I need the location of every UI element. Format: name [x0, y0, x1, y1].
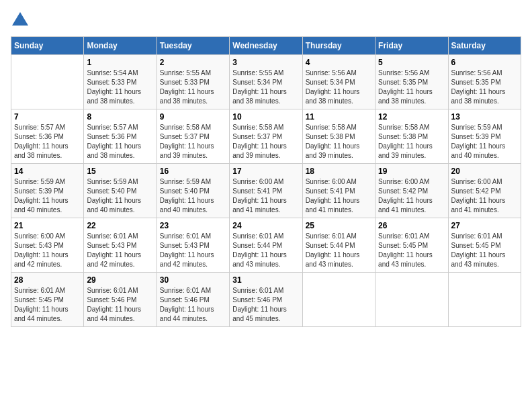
day-info: Sunrise: 5:55 AMSunset: 5:33 PMDaylight:… — [160, 68, 226, 106]
calendar-cell: 5Sunrise: 5:56 AMSunset: 5:35 PMDaylight… — [375, 55, 448, 109]
calendar-cell — [302, 273, 375, 327]
calendar-cell: 24Sunrise: 6:01 AMSunset: 5:44 PMDayligh… — [230, 218, 302, 273]
calendar-cell: 17Sunrise: 6:00 AMSunset: 5:41 PMDayligh… — [230, 164, 302, 218]
calendar-cell: 3Sunrise: 5:55 AMSunset: 5:34 PMDaylight… — [230, 55, 302, 109]
calendar-cell: 12Sunrise: 5:58 AMSunset: 5:38 PMDayligh… — [375, 109, 448, 164]
calendar-cell: 6Sunrise: 5:56 AMSunset: 5:35 PMDaylight… — [448, 55, 521, 109]
day-info: Sunrise: 6:00 AMSunset: 5:41 PMDaylight:… — [232, 177, 299, 215]
calendar-cell: 4Sunrise: 5:56 AMSunset: 5:34 PMDaylight… — [302, 55, 375, 109]
calendar-cell: 11Sunrise: 5:58 AMSunset: 5:38 PMDayligh… — [302, 109, 375, 164]
week-row-1: 1Sunrise: 5:54 AMSunset: 5:33 PMDaylight… — [11, 55, 521, 109]
day-info: Sunrise: 5:54 AMSunset: 5:33 PMDaylight:… — [87, 68, 153, 106]
calendar-cell — [448, 273, 521, 327]
calendar-cell: 18Sunrise: 6:00 AMSunset: 5:41 PMDayligh… — [302, 164, 375, 218]
day-number: 5 — [378, 58, 445, 67]
calendar-cell: 9Sunrise: 5:58 AMSunset: 5:37 PMDaylight… — [157, 109, 229, 164]
day-info: Sunrise: 5:58 AMSunset: 5:38 PMDaylight:… — [378, 123, 445, 161]
day-number: 6 — [451, 58, 518, 67]
calendar-cell: 13Sunrise: 5:59 AMSunset: 5:39 PMDayligh… — [448, 109, 521, 164]
day-info: Sunrise: 5:55 AMSunset: 5:34 PMDaylight:… — [232, 68, 299, 106]
day-number: 3 — [232, 58, 299, 67]
calendar-cell: 31Sunrise: 6:01 AMSunset: 5:46 PMDayligh… — [230, 273, 302, 327]
day-number: 11 — [306, 112, 372, 122]
day-info: Sunrise: 6:01 AMSunset: 5:44 PMDaylight:… — [232, 232, 299, 269]
day-number: 4 — [306, 58, 372, 67]
day-info: Sunrise: 6:01 AMSunset: 5:46 PMDaylight:… — [160, 286, 226, 324]
day-info: Sunrise: 5:58 AMSunset: 5:37 PMDaylight:… — [160, 123, 226, 161]
week-row-5: 28Sunrise: 6:01 AMSunset: 5:45 PMDayligh… — [11, 273, 521, 327]
day-number: 26 — [378, 221, 445, 230]
calendar-cell: 22Sunrise: 6:01 AMSunset: 5:43 PMDayligh… — [84, 218, 157, 273]
calendar-cell: 7Sunrise: 5:57 AMSunset: 5:36 PMDaylight… — [11, 109, 84, 164]
day-info: Sunrise: 6:01 AMSunset: 5:45 PMDaylight:… — [378, 232, 445, 269]
day-number: 15 — [87, 167, 153, 176]
day-number: 10 — [232, 112, 299, 122]
week-row-3: 14Sunrise: 5:59 AMSunset: 5:39 PMDayligh… — [11, 164, 521, 218]
day-info: Sunrise: 6:01 AMSunset: 5:43 PMDaylight:… — [87, 232, 153, 269]
calendar-cell: 27Sunrise: 6:01 AMSunset: 5:45 PMDayligh… — [448, 218, 521, 273]
day-info: Sunrise: 5:58 AMSunset: 5:37 PMDaylight:… — [232, 123, 299, 161]
day-info: Sunrise: 5:57 AMSunset: 5:36 PMDaylight:… — [14, 123, 81, 161]
calendar-cell — [375, 273, 448, 327]
week-row-4: 21Sunrise: 6:00 AMSunset: 5:43 PMDayligh… — [11, 218, 521, 273]
calendar-cell: 20Sunrise: 6:00 AMSunset: 5:42 PMDayligh… — [448, 164, 521, 218]
day-info: Sunrise: 6:00 AMSunset: 5:43 PMDaylight:… — [14, 232, 81, 269]
day-number: 20 — [451, 167, 518, 176]
day-number: 25 — [306, 221, 372, 230]
day-info: Sunrise: 5:59 AMSunset: 5:39 PMDaylight:… — [14, 177, 81, 215]
calendar-cell: 28Sunrise: 6:01 AMSunset: 5:45 PMDayligh… — [11, 273, 84, 327]
day-header-wednesday: Wednesday — [230, 37, 302, 55]
day-number: 31 — [232, 275, 299, 285]
day-number: 2 — [160, 58, 226, 67]
day-header-tuesday: Tuesday — [157, 37, 229, 55]
day-info: Sunrise: 5:56 AMSunset: 5:35 PMDaylight:… — [378, 68, 445, 106]
calendar-cell: 21Sunrise: 6:00 AMSunset: 5:43 PMDayligh… — [11, 218, 84, 273]
day-number: 19 — [378, 167, 445, 176]
day-header-saturday: Saturday — [448, 37, 521, 55]
day-info: Sunrise: 6:01 AMSunset: 5:44 PMDaylight:… — [306, 232, 372, 269]
day-header-friday: Friday — [375, 37, 448, 55]
day-info: Sunrise: 5:56 AMSunset: 5:35 PMDaylight:… — [451, 68, 518, 106]
calendar-cell: 19Sunrise: 6:00 AMSunset: 5:42 PMDayligh… — [375, 164, 448, 218]
day-header-sunday: Sunday — [11, 37, 84, 55]
day-number: 13 — [451, 112, 518, 122]
day-number: 23 — [160, 221, 226, 230]
calendar-cell: 14Sunrise: 5:59 AMSunset: 5:39 PMDayligh… — [11, 164, 84, 218]
day-info: Sunrise: 6:01 AMSunset: 5:43 PMDaylight:… — [160, 232, 226, 269]
day-info: Sunrise: 5:59 AMSunset: 5:40 PMDaylight:… — [87, 177, 153, 215]
day-number: 14 — [14, 167, 81, 176]
day-number: 16 — [160, 167, 226, 176]
calendar-cell: 1Sunrise: 5:54 AMSunset: 5:33 PMDaylight… — [84, 55, 157, 109]
calendar-cell: 16Sunrise: 5:59 AMSunset: 5:40 PMDayligh… — [157, 164, 229, 218]
calendar-cell: 30Sunrise: 6:01 AMSunset: 5:46 PMDayligh… — [157, 273, 229, 327]
day-number: 7 — [14, 112, 81, 122]
day-header-thursday: Thursday — [302, 37, 375, 55]
day-number: 18 — [306, 167, 372, 176]
calendar-cell: 15Sunrise: 5:59 AMSunset: 5:40 PMDayligh… — [84, 164, 157, 218]
day-info: Sunrise: 5:59 AMSunset: 5:40 PMDaylight:… — [160, 177, 226, 215]
calendar-cell: 10Sunrise: 5:58 AMSunset: 5:37 PMDayligh… — [230, 109, 302, 164]
calendar-cell: 8Sunrise: 5:57 AMSunset: 5:36 PMDaylight… — [84, 109, 157, 164]
day-info: Sunrise: 6:01 AMSunset: 5:45 PMDaylight:… — [14, 286, 81, 324]
day-number: 27 — [451, 221, 518, 230]
day-number: 9 — [160, 112, 226, 122]
day-number: 1 — [87, 58, 153, 67]
day-info: Sunrise: 6:01 AMSunset: 5:46 PMDaylight:… — [87, 286, 153, 324]
calendar-cell: 2Sunrise: 5:55 AMSunset: 5:33 PMDaylight… — [157, 55, 229, 109]
calendar-cell: 25Sunrise: 6:01 AMSunset: 5:44 PMDayligh… — [302, 218, 375, 273]
day-info: Sunrise: 6:01 AMSunset: 5:45 PMDaylight:… — [451, 232, 518, 269]
calendar-cell — [11, 55, 84, 109]
page-header — [11, 11, 521, 30]
calendar-body: 1Sunrise: 5:54 AMSunset: 5:33 PMDaylight… — [11, 55, 521, 327]
calendar-header-row: SundayMondayTuesdayWednesdayThursdayFrid… — [11, 37, 521, 55]
calendar-table: SundayMondayTuesdayWednesdayThursdayFrid… — [11, 36, 521, 327]
day-number: 28 — [14, 275, 81, 285]
day-number: 21 — [14, 221, 81, 230]
day-info: Sunrise: 5:56 AMSunset: 5:34 PMDaylight:… — [306, 68, 372, 106]
day-number: 22 — [87, 221, 153, 230]
day-number: 17 — [232, 167, 299, 176]
logo-icon — [11, 11, 30, 30]
day-number: 29 — [87, 275, 153, 285]
day-info: Sunrise: 5:59 AMSunset: 5:39 PMDaylight:… — [451, 123, 518, 161]
svg-marker-0 — [12, 12, 28, 26]
